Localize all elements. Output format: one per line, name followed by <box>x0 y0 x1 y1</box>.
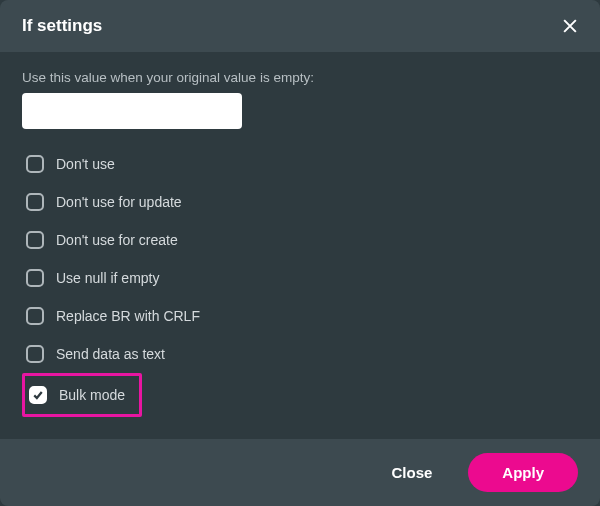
option-label: Don't use for create <box>56 232 178 248</box>
close-button[interactable]: Close <box>375 454 448 491</box>
options-list: Don't use Don't use for update Don't use… <box>22 145 578 417</box>
option-label: Use null if empty <box>56 270 159 286</box>
bulk-mode-highlight: Bulk mode <box>22 373 142 417</box>
checkbox-icon[interactable] <box>29 386 47 404</box>
modal-footer: Close Apply <box>0 439 600 506</box>
checkbox-icon[interactable] <box>26 193 44 211</box>
option-dont-use-for-update[interactable]: Don't use for update <box>22 183 578 221</box>
option-dont-use-for-create[interactable]: Don't use for create <box>22 221 578 259</box>
option-bulk-mode[interactable]: Bulk mode <box>27 378 133 412</box>
default-value-label: Use this value when your original value … <box>22 70 578 85</box>
close-icon[interactable] <box>558 14 582 38</box>
apply-button[interactable]: Apply <box>468 453 578 492</box>
checkbox-icon[interactable] <box>26 155 44 173</box>
option-send-data-as-text[interactable]: Send data as text <box>22 335 578 373</box>
modal-body: Use this value when your original value … <box>0 52 600 439</box>
checkbox-icon[interactable] <box>26 269 44 287</box>
option-label: Don't use <box>56 156 115 172</box>
option-replace-br-with-crlf[interactable]: Replace BR with CRLF <box>22 297 578 335</box>
option-label: Don't use for update <box>56 194 182 210</box>
checkbox-icon[interactable] <box>26 231 44 249</box>
if-settings-modal: If settings Use this value when your ori… <box>0 0 600 506</box>
checkbox-icon[interactable] <box>26 345 44 363</box>
modal-header: If settings <box>0 0 600 52</box>
checkbox-icon[interactable] <box>26 307 44 325</box>
modal-title: If settings <box>22 16 102 36</box>
option-label: Replace BR with CRLF <box>56 308 200 324</box>
option-label: Send data as text <box>56 346 165 362</box>
option-use-null-if-empty[interactable]: Use null if empty <box>22 259 578 297</box>
default-value-input[interactable] <box>22 93 242 129</box>
option-label: Bulk mode <box>59 387 125 403</box>
option-dont-use[interactable]: Don't use <box>22 145 578 183</box>
